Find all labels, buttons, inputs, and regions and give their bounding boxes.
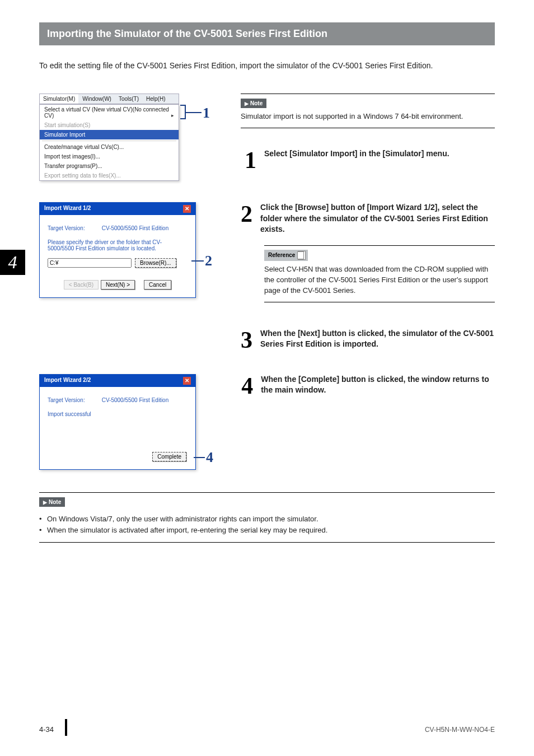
menu-screenshot: Simulator(M) Window(W) Tools(T) Help(H) … xyxy=(39,94,179,181)
note-tag-top: ▶Note xyxy=(241,99,266,108)
menu-item-transfer[interactable]: Transfer programs(P)... xyxy=(40,161,179,171)
callout-2: 2 xyxy=(205,253,212,269)
bottom-notes: On Windows Vista/7, only the user with a… xyxy=(39,514,495,537)
wizard1-title: Import Wizard 1/2 xyxy=(44,205,91,213)
step-text-2: Click the [Browse] button of [Import Wiz… xyxy=(260,202,495,235)
note-top-text: Simulator import is not supported in a W… xyxy=(241,111,495,122)
wizard2-result: Import successful xyxy=(48,411,188,417)
wizard-1-screenshot: Import Wizard 1/2 ✕ Target Version:CV-50… xyxy=(39,202,196,298)
callout-4: 4 xyxy=(206,449,213,466)
wizard1-prompt: Please specify the driver or the folder … xyxy=(48,239,188,251)
menu-item-start-sim: Start simulation(S) xyxy=(40,120,179,130)
menu-item-simulator-import[interactable]: Simulator Import xyxy=(40,130,179,139)
wizard2-target-value: CV-5000/5500 First Edition xyxy=(102,397,169,403)
bottom-note-1: On Windows Vista/7, only the user with a… xyxy=(39,514,495,525)
page-number: 4-34 xyxy=(39,725,54,734)
close-icon[interactable]: ✕ xyxy=(183,205,191,213)
wizard1-target-value: CV-5000/5500 First Edition xyxy=(102,225,169,231)
wizard1-path-input[interactable] xyxy=(48,258,132,268)
reference-tag: Reference xyxy=(264,250,308,261)
step-text-3: When the [Next] button is clicked, the s… xyxy=(260,328,495,350)
wizard-2-screenshot: Import Wizard 2/2 ✕ Target Version:CV-50… xyxy=(39,374,196,470)
doc-code: CV-H5N-M-WW-NO4-E xyxy=(425,726,495,734)
step-num-4: 4 xyxy=(241,374,253,398)
menu-help[interactable]: Help(H) xyxy=(143,94,169,104)
simulator-dropdown: Select a virtual CV (New virtual CV)(No … xyxy=(39,104,179,181)
menu-tools[interactable]: Tools(T) xyxy=(115,94,143,104)
menu-item-export: Export setting data to files(X)... xyxy=(40,171,179,180)
chapter-sidetab: 4 xyxy=(0,250,25,275)
wizard1-target-label: Target Version: xyxy=(48,225,85,231)
wizard2-target-label: Target Version: xyxy=(48,397,85,403)
next-button[interactable]: Next(N) > xyxy=(101,280,135,290)
menu-simulator[interactable]: Simulator(M) xyxy=(40,94,79,104)
complete-button[interactable]: Complete xyxy=(152,452,186,461)
bottom-note-2: When the simulator is activated after im… xyxy=(39,525,495,536)
menu-item-create[interactable]: Create/manage virtual CVs(C)... xyxy=(40,142,179,152)
menu-item-select-virtual[interactable]: Select a virtual CV (New virtual CV)(No … xyxy=(40,105,179,120)
back-button: < Back(B) xyxy=(64,280,99,290)
step-text-4: When the [Complete] button is clicked, t… xyxy=(261,374,495,396)
intro-text: To edit the setting file of the CV-5001 … xyxy=(39,61,495,70)
step-num-3: 3 xyxy=(241,328,252,352)
wizard2-title: Import Wizard 2/2 xyxy=(44,377,91,385)
note-tag-bottom: ▶Note xyxy=(39,497,65,507)
callout-1: 1 xyxy=(203,105,210,122)
reference-text: Select CV-H5N that was downloaded from t… xyxy=(264,264,495,296)
browse-button[interactable]: Browse(R)... xyxy=(135,258,176,268)
step-num-2: 2 xyxy=(241,202,252,226)
menu-item-import-test[interactable]: Import test images(I)... xyxy=(40,152,179,161)
cancel-button[interactable]: Cancel xyxy=(144,280,171,290)
step-num-1: 1 xyxy=(241,148,256,172)
close-icon[interactable]: ✕ xyxy=(183,377,191,385)
footer-accent-bar xyxy=(65,719,67,736)
page-heading: Importing the Simulator of the CV-5001 S… xyxy=(39,22,495,45)
menu-window[interactable]: Window(W) xyxy=(79,94,115,104)
step-text-1: Select [Simulator Import] in the [Simula… xyxy=(264,148,449,160)
